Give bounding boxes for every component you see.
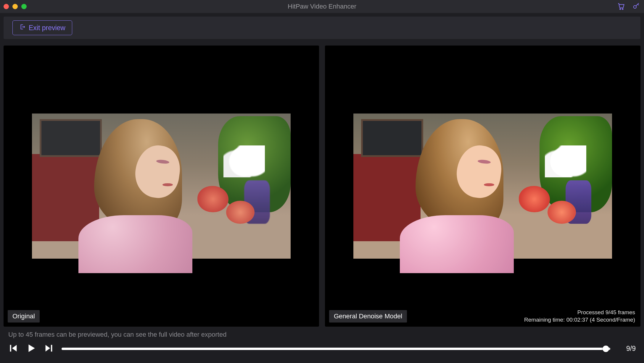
preview-toolbar: Exit preview	[4, 17, 640, 39]
workspace: Exit preview Original General Denoise	[0, 13, 644, 363]
svg-rect-3	[10, 345, 11, 352]
original-label: Original	[8, 310, 40, 323]
compare-view: Original General Denoise Model Processed…	[4, 46, 640, 327]
play-button[interactable]	[26, 343, 36, 354]
next-frame-icon	[44, 343, 54, 354]
svg-marker-4	[12, 345, 17, 352]
svg-marker-5	[29, 344, 35, 352]
zoom-window-button[interactable]	[21, 4, 27, 9]
frame-counter: 9/9	[618, 345, 636, 353]
prev-frame-button[interactable]	[8, 343, 18, 354]
exit-preview-button[interactable]: Exit preview	[12, 20, 72, 35]
seek-thumb[interactable]	[603, 346, 609, 352]
prev-frame-icon	[8, 343, 18, 354]
enhanced-video-frame	[353, 114, 612, 259]
enhanced-pane: General Denoise Model Processed 9/45 fra…	[325, 46, 640, 327]
next-frame-button[interactable]	[44, 343, 54, 354]
exit-preview-label: Exit preview	[29, 24, 65, 32]
window-traffic-lights	[4, 4, 27, 9]
cart-icon[interactable]	[617, 2, 625, 11]
seek-track	[62, 348, 610, 350]
exit-icon	[19, 24, 26, 32]
key-icon[interactable]	[632, 2, 640, 11]
svg-point-1	[622, 9, 623, 9]
playback-controls: 9/9	[8, 343, 636, 354]
remaining-time-text: Remaining time: 00:02:37 (4 Second/Frame…	[524, 316, 635, 324]
model-label: General Denoise Model	[329, 310, 407, 323]
window-title: HitPaw Video Enhancer	[288, 3, 356, 10]
processing-status: Processed 9/45 frames Remaining time: 00…	[524, 309, 635, 324]
preview-hint-text: Up to 45 frames can be previewed, you ca…	[8, 331, 636, 338]
processed-frames-text: Processed 9/45 frames	[524, 309, 635, 316]
original-pane: Original	[4, 46, 319, 327]
seek-bar[interactable]	[62, 344, 610, 354]
minimize-window-button[interactable]	[12, 4, 18, 9]
close-window-button[interactable]	[4, 4, 9, 9]
titlebar: HitPaw Video Enhancer	[0, 0, 644, 13]
playback-footer: Up to 45 frames can be previewed, you ca…	[4, 327, 640, 359]
original-video-frame	[32, 114, 291, 259]
svg-point-0	[620, 9, 621, 9]
svg-marker-6	[46, 345, 50, 352]
svg-point-2	[634, 6, 636, 8]
play-icon	[26, 343, 36, 354]
svg-rect-7	[51, 345, 52, 352]
